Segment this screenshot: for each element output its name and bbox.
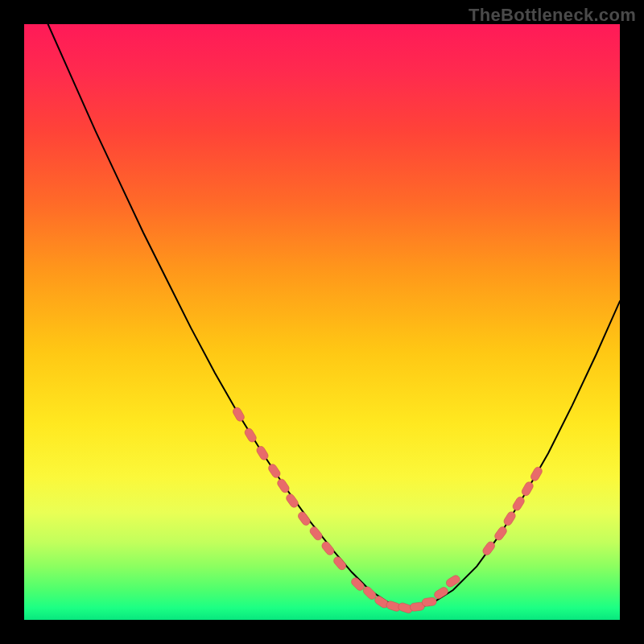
curve-marker [320, 540, 336, 556]
bottleneck-curve [48, 24, 620, 608]
plot-area [24, 24, 620, 620]
curve-marker [285, 493, 300, 509]
curve-marker [232, 406, 246, 423]
stage: TheBottleneck.com [0, 0, 644, 644]
curve-marker [255, 445, 270, 462]
curve-marker [332, 555, 348, 572]
curve-marker [267, 463, 282, 480]
curve-marker [520, 481, 535, 497]
curve-marker [445, 574, 462, 588]
curve-marker [502, 510, 517, 527]
curve-marker [530, 465, 544, 482]
curve-marker [422, 597, 437, 607]
watermark-text: TheBottleneck.com [469, 5, 636, 26]
curve-marker [296, 510, 312, 526]
marker-group [232, 406, 544, 613]
curve-marker [493, 525, 509, 541]
curve-marker [308, 526, 324, 542]
curve-svg [24, 24, 620, 620]
curve-marker [511, 495, 526, 512]
